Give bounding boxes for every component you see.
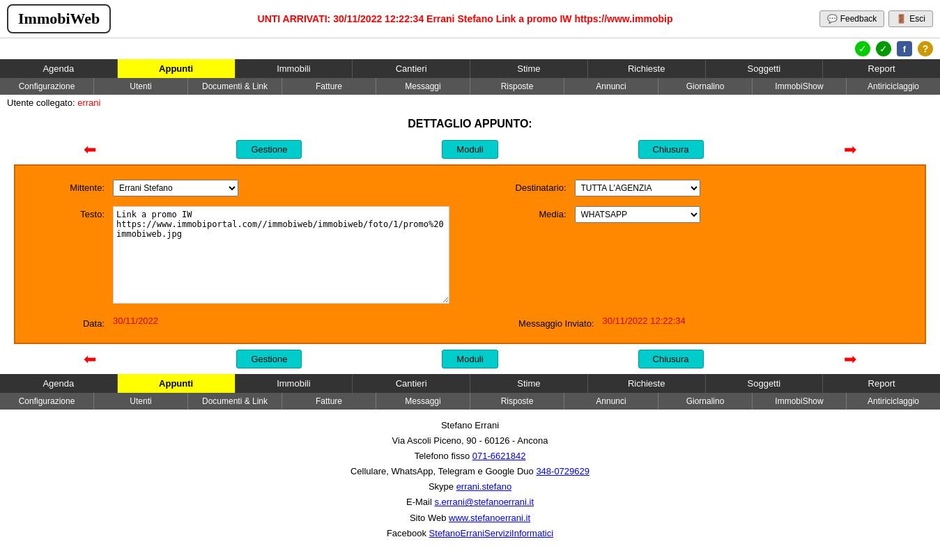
nav-bot-risposte[interactable]: Risposte [470, 393, 564, 410]
footer-facebook-link[interactable]: StefanoErraniServiziInformatici [429, 528, 553, 538]
nav-agenda[interactable]: Agenda [0, 59, 118, 78]
header-title: UNTI ARRIVATI: 30/11/2022 12:22:34 Erran… [111, 13, 819, 24]
nav-utenti[interactable]: Utenti [94, 78, 188, 95]
esci-icon: 🚪 [896, 14, 907, 24]
testo-control: Link a promo IW https://www.immobiportal… [113, 206, 449, 306]
footer-website-link[interactable]: www.stefanoerrani.it [449, 513, 530, 523]
nav-documenti-link[interactable]: Documenti & Link [188, 78, 282, 95]
gestione-button-top[interactable]: Gestione [236, 140, 302, 159]
help-icon[interactable]: ? [918, 41, 933, 56]
mittente-select[interactable]: Errani Stefano [113, 180, 238, 196]
data-value: 30/11/2022 [113, 316, 449, 326]
nav-bot-fatture[interactable]: Fatture [282, 393, 376, 410]
arrow-right-bottom-icon[interactable]: ➡ [844, 350, 856, 368]
footer-line5: Skype errani.stefano [8, 479, 932, 495]
footer-line8: Facebook StefanoErraniServiziInformatici [8, 526, 932, 541]
nav-bot-annunci[interactable]: Annunci [564, 393, 658, 410]
destinatario-label: Destinatario: [491, 180, 575, 193]
nav-bot-immobishow[interactable]: ImmobiShow [753, 393, 847, 410]
nav-bottom-agenda[interactable]: Agenda [0, 374, 118, 393]
nav-risposte[interactable]: Risposte [470, 78, 564, 95]
footer-mobile-link[interactable]: 348-0729629 [536, 466, 590, 476]
moduli-button-bottom[interactable]: Moduli [442, 350, 498, 368]
nav-bottom-stime[interactable]: Stime [470, 374, 588, 393]
form-area: Mittente: Errani Stefano Destinatario: T… [14, 164, 926, 344]
top-right-buttons: 💬 Feedback 🚪 Esci [819, 10, 933, 27]
page-title: DETTAGLIO APPUNTO: [0, 111, 940, 134]
nav-bot-messaggi[interactable]: Messaggi [376, 393, 470, 410]
user-info: Utente collegato: errani [0, 95, 940, 111]
esci-button[interactable]: 🚪 Esci [888, 10, 933, 27]
data-label: Data: [29, 316, 113, 329]
nav-bot-documenti-link[interactable]: Documenti & Link [188, 393, 282, 410]
destinatario-control: TUTTA L'AGENZIA [575, 180, 911, 196]
check-green-icon[interactable]: ✓ [855, 41, 870, 56]
form-row-testo: Testo: Link a promo IW https://www.immob… [29, 206, 911, 306]
check-green2-icon[interactable]: ✓ [876, 41, 891, 56]
nav-appunti[interactable]: Appunti [118, 59, 236, 78]
user-link[interactable]: errani [77, 98, 100, 108]
nav-soggetti[interactable]: Soggetti [706, 59, 824, 78]
footer-line3: Telefono fisso 071-6621842 [8, 449, 932, 464]
footer-line2: Via Ascoli Piceno, 90 - 60126 - Ancona [8, 433, 932, 449]
action-row-top: ⬅ Gestione Moduli Chiusura ➡ [0, 134, 940, 164]
moduli-button-top[interactable]: Moduli [442, 140, 498, 159]
icon-row: ✓ ✓ f ? [0, 38, 940, 59]
nav-cantieri[interactable]: Cantieri [353, 59, 470, 78]
footer-line7: Sito Web www.stefanoerrani.it [8, 511, 932, 526]
arrow-left-icon[interactable]: ⬅ [84, 141, 96, 159]
nav-bot-giornalino[interactable]: Giornalino [658, 393, 753, 410]
nav-bot-utenti[interactable]: Utenti [94, 393, 188, 410]
nav-antiriciclaggio[interactable]: Antiriciclaggio [847, 78, 940, 95]
messaggio-inviato-value: 30/11/2022 12:22:34 [603, 316, 911, 326]
nav-bottom-immobili[interactable]: Immobili [236, 374, 353, 393]
nav-bottom-richieste[interactable]: Richieste [588, 374, 706, 393]
nav-bottom-bottom: Configurazione Utenti Documenti & Link F… [0, 393, 940, 410]
nav-bottom-soggetti[interactable]: Soggetti [706, 374, 824, 393]
nav-top: Agenda Appunti Immobili Cantieri Stime R… [0, 59, 940, 78]
media-select[interactable]: WHATSAPP [575, 206, 700, 223]
footer-skype-link[interactable]: errani.stefano [456, 481, 512, 492]
action-row-bottom: ⬅ Gestione Moduli Chiusura ➡ [0, 344, 940, 374]
footer-line4: Cellulare, WhatsApp, Telegram e Google D… [8, 464, 932, 479]
feedback-button[interactable]: 💬 Feedback [819, 10, 885, 27]
nav-bottom-report[interactable]: Report [823, 374, 940, 393]
testo-textarea[interactable]: Link a promo IW https://www.immobiportal… [113, 206, 449, 304]
testo-label: Testo: [29, 206, 113, 219]
nav-configurazione[interactable]: Configurazione [0, 78, 94, 95]
logo: ImmobiWeb [7, 4, 111, 33]
mittente-label: Mittente: [29, 180, 113, 193]
arrow-left-bottom-icon[interactable]: ⬅ [84, 350, 96, 368]
media-label: Media: [491, 206, 575, 219]
nav-immobishow[interactable]: ImmobiShow [753, 78, 847, 95]
nav-bottom-appunti[interactable]: Appunti [118, 374, 236, 393]
media-control: WHATSAPP [575, 206, 911, 223]
mittente-control: Errani Stefano [113, 180, 449, 196]
nav-report[interactable]: Report [823, 59, 940, 78]
footer-line6: E-Mail s.errani@stefanoerrani.it [8, 495, 932, 510]
arrow-right-icon[interactable]: ➡ [844, 141, 856, 159]
gestione-button-bottom[interactable]: Gestione [236, 350, 302, 368]
chiusura-button-bottom[interactable]: Chiusura [638, 350, 704, 368]
nav-giornalino[interactable]: Giornalino [658, 78, 753, 95]
nav-top-bottom: Agenda Appunti Immobili Cantieri Stime R… [0, 374, 940, 393]
form-row-data: Data: 30/11/2022 Messaggio Inviato: 30/1… [29, 316, 911, 329]
form-row-mittente: Mittente: Errani Stefano Destinatario: T… [29, 180, 911, 196]
nav-messaggi[interactable]: Messaggi [376, 78, 470, 95]
nav-bot-configurazione[interactable]: Configurazione [0, 393, 94, 410]
nav-stime[interactable]: Stime [470, 59, 588, 78]
nav-annunci[interactable]: Annunci [564, 78, 658, 95]
facebook-icon[interactable]: f [897, 41, 912, 56]
nav-immobili[interactable]: Immobili [236, 59, 353, 78]
footer: Stefano Errani Via Ascoli Piceno, 90 - 6… [0, 410, 940, 550]
nav-bot-antiriciclaggio[interactable]: Antiriciclaggio [847, 393, 940, 410]
messaggio-inviato-label: Messaggio Inviato: [491, 316, 603, 329]
nav-richieste[interactable]: Richieste [588, 59, 706, 78]
nav-bottom-cantieri[interactable]: Cantieri [353, 374, 470, 393]
footer-email-link[interactable]: s.errani@stefanoerrani.it [434, 497, 534, 507]
nav-fatture[interactable]: Fatture [282, 78, 376, 95]
chiusura-button-top[interactable]: Chiusura [638, 140, 704, 159]
destinatario-select[interactable]: TUTTA L'AGENZIA [575, 180, 700, 196]
footer-phone-link[interactable]: 071-6621842 [472, 451, 526, 461]
footer-line1: Stefano Errani [8, 418, 932, 433]
